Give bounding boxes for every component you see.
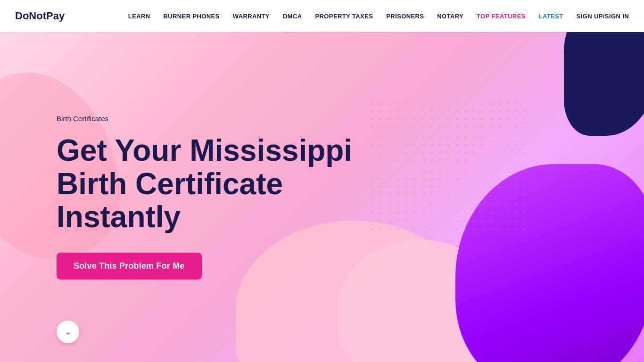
chevron-down-icon: ⌄ bbox=[65, 327, 72, 337]
nav-item-dmca[interactable]: DMCA bbox=[283, 13, 302, 20]
nav-item-prisoners[interactable]: PRISONERS bbox=[386, 13, 424, 20]
cta-button[interactable]: Solve This Problem For Me bbox=[57, 253, 202, 280]
nav-item-notary[interactable]: NOTARY bbox=[437, 13, 463, 20]
breadcrumb: Birth Certificates bbox=[57, 115, 587, 123]
nav-links: LEARN BURNER PHONES WARRANTY DMCA PROPER… bbox=[128, 12, 629, 20]
nav-item-property-taxes[interactable]: PROPERTY TAXES bbox=[315, 13, 373, 20]
nav-item-sign-in[interactable]: SIGN UP/SIGN IN bbox=[577, 13, 629, 20]
nav-item-burner-phones[interactable]: BURNER PHONES bbox=[164, 13, 220, 20]
nav-item-warranty[interactable]: WARRANTY bbox=[233, 13, 270, 20]
nav-item-top-features[interactable]: TOP FEATURES bbox=[477, 13, 526, 20]
site-logo[interactable]: DoNotPay bbox=[15, 10, 65, 22]
nav-item-learn[interactable]: LEARN bbox=[128, 13, 150, 20]
scroll-down-button[interactable]: ⌄ bbox=[57, 321, 79, 343]
hero-title: Get Your Mississippi Birth Certificate I… bbox=[57, 134, 387, 233]
hero-content: Birth Certificates Get Your Mississippi … bbox=[0, 32, 644, 362]
navbar: DoNotPay LEARN BURNER PHONES WARRANTY DM… bbox=[0, 0, 644, 32]
nav-item-latest[interactable]: LATEST bbox=[539, 13, 563, 20]
hero-section: Birth Certificates Get Your Mississippi … bbox=[0, 32, 644, 362]
